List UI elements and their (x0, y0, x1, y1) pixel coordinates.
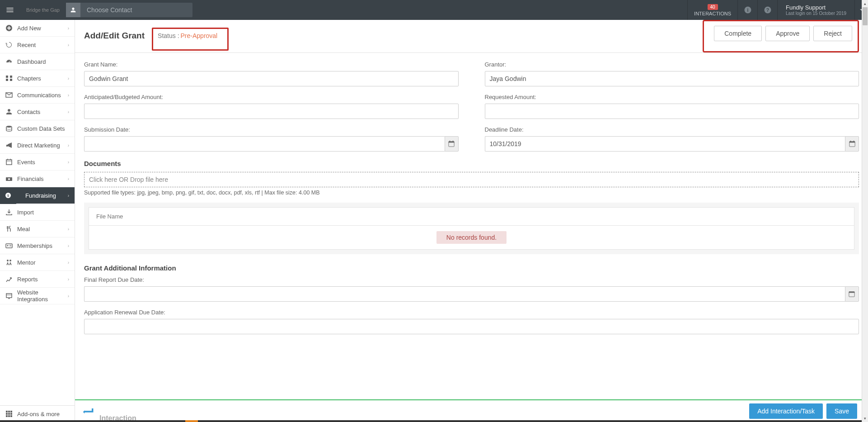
documents-title: Documents (80, 159, 863, 172)
page-header: Add/Edit Grant Status : Pre-Approval Com… (75, 20, 868, 53)
reports-icon (5, 275, 13, 283)
sidebar-item-financials[interactable]: Financials› (0, 171, 75, 187)
interactions-tile[interactable]: 40 INTERACTIONS (687, 0, 737, 20)
status-value: Pre-Approval (181, 32, 218, 39)
svg-rect-10 (10, 79, 12, 81)
contacts-icon (5, 108, 13, 115)
svg-rect-9 (6, 79, 8, 81)
sidebar-item-website-integrations[interactable]: Website Integrations› (0, 288, 75, 304)
chevron-right-icon: › (68, 227, 69, 232)
renewal-input[interactable] (84, 319, 859, 334)
no-records-message: No records found. (436, 231, 507, 244)
file-table: File Name No records found. (84, 203, 859, 254)
svg-text:i: i (747, 7, 748, 13)
sidebar-item-dashboard[interactable]: Dashboard (0, 53, 75, 70)
complete-button[interactable]: Complete (714, 26, 762, 41)
user-name: Fundly Support (786, 4, 826, 11)
contact-avatar-icon (66, 3, 80, 17)
svg-point-22 (7, 245, 9, 247)
sidebar-item-addons[interactable]: Add-ons & more (0, 405, 75, 422)
info-icon[interactable]: i (737, 0, 757, 20)
sidebar-item-add-new[interactable]: Add New› (0, 20, 75, 37)
page-title: Add/Edit Grant (84, 31, 145, 41)
browser-scrollbar[interactable]: ▴ ▾ (862, 0, 868, 422)
add-interaction-button[interactable]: Add Interaction/Task (749, 403, 823, 419)
sidebar-item-label: Events (17, 159, 63, 166)
help-icon[interactable]: ? (757, 0, 777, 20)
import-icon (5, 209, 13, 216)
final-report-date-picker-icon[interactable] (845, 286, 859, 302)
sidebar-item-contacts[interactable]: Contacts› (0, 104, 75, 120)
grantor-input[interactable] (485, 71, 859, 86)
communications-icon (5, 91, 13, 99)
sidebar-item-label: Recent (17, 42, 63, 48)
chevron-right-icon: › (68, 109, 69, 114)
sidebar-item-communications[interactable]: Communications› (0, 87, 75, 104)
status-label: Status : (158, 32, 179, 39)
contact-picker[interactable]: Choose Contact (66, 3, 192, 17)
sidebar-item-reports[interactable]: Reports› (0, 271, 75, 288)
svg-point-18 (8, 178, 10, 180)
sidebar-item-label: Dashboard (17, 58, 69, 65)
sidebar-item-label: Add New (17, 25, 63, 32)
grant-name-input[interactable] (84, 71, 459, 86)
chevron-right-icon: › (68, 93, 69, 98)
fundraising-icon: $ (0, 187, 16, 204)
requested-label: Requested Amount: (485, 94, 859, 100)
svg-rect-38 (10, 415, 12, 417)
svg-text:?: ? (766, 7, 769, 13)
anticipated-input[interactable] (84, 104, 459, 119)
website-integrations-icon (5, 292, 13, 299)
final-report-input[interactable] (84, 286, 845, 302)
submission-date-picker-icon[interactable] (445, 136, 459, 152)
hamburger-icon[interactable] (0, 0, 20, 20)
direct-marketing-icon (5, 142, 13, 149)
svg-rect-8 (10, 76, 12, 78)
requested-input[interactable] (485, 104, 859, 119)
scroll-up-icon[interactable]: ▴ (862, 0, 868, 7)
dashboard-icon (5, 58, 13, 65)
deadline-date-picker-icon[interactable] (845, 136, 859, 152)
actions-box: Complete Approve Reject (703, 20, 859, 52)
sidebar-item-import[interactable]: Import (0, 204, 75, 221)
reject-button[interactable]: Reject (813, 26, 852, 41)
chevron-right-icon: › (68, 260, 69, 265)
sidebar-item-fundraising[interactable]: $Fundraising› (0, 187, 75, 204)
scroll-down-icon[interactable]: ▾ (862, 415, 868, 422)
chevron-right-icon: › (68, 43, 69, 47)
svg-rect-35 (10, 413, 12, 415)
sidebar-item-meal[interactable]: Meal› (0, 221, 75, 237)
sidebar-item-label: Mentor (17, 259, 63, 266)
submission-date-label: Submission Date: (84, 126, 459, 133)
deadline-date-input[interactable] (485, 136, 845, 152)
final-report-label: Final Report Due Date: (84, 276, 859, 283)
memberships-icon (5, 242, 13, 249)
user-tile[interactable]: Fundly Support Last login on 15 October … (777, 0, 854, 20)
submission-date-input[interactable] (84, 136, 445, 152)
approve-button[interactable]: Approve (765, 26, 810, 41)
sidebar-item-custom-data-sets[interactable]: Custom Data Sets (0, 120, 75, 137)
sidebar-item-mentor[interactable]: Mentor› (0, 254, 75, 271)
sidebar-item-chapters[interactable]: Chapters› (0, 70, 75, 87)
back-icon[interactable] (80, 402, 98, 420)
sidebar-item-memberships[interactable]: Memberships› (0, 237, 75, 254)
chevron-right-icon: › (68, 76, 69, 81)
document-dropzone[interactable]: Click here OR Drop file here (84, 172, 859, 187)
save-button[interactable]: Save (826, 403, 857, 419)
sidebar-item-label: Direct Marketing (17, 142, 63, 149)
scroll-thumb[interactable] (863, 7, 868, 25)
grant-name-label: Grant Name: (84, 61, 459, 68)
sidebar-item-label: Financials (17, 175, 63, 182)
sidebar-item-label: Contacts (17, 109, 63, 115)
chapters-icon (5, 75, 13, 82)
sidebar-item-recent[interactable]: Recent› (0, 37, 75, 53)
sidebar-addons-label: Add-ons & more (17, 411, 60, 417)
interactions-label: INTERACTIONS (694, 11, 731, 16)
chevron-right-icon: › (68, 277, 69, 282)
sidebar-item-label: Website Integrations (17, 289, 63, 303)
chevron-right-icon: › (68, 26, 69, 31)
sidebar-item-direct-marketing[interactable]: Direct Marketing› (0, 137, 75, 154)
sidebar: Add New›Recent›DashboardChapters›Communi… (0, 20, 75, 422)
sidebar-item-events[interactable]: Events› (0, 154, 75, 171)
brand-name: Bridge the Gap (20, 7, 66, 13)
